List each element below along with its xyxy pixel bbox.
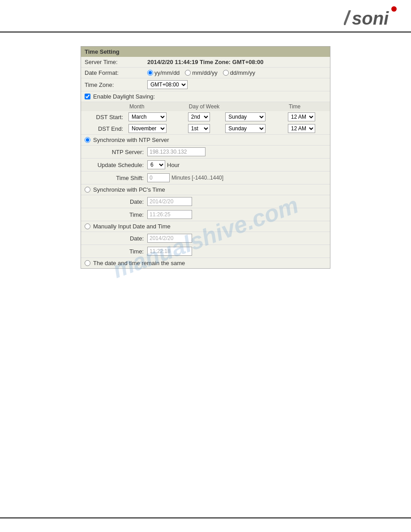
- hour-label: Hour: [167, 162, 180, 168]
- time-zone-content: GMT+08:00 GMT+00:00 GMT-05:00 GMT+09:00: [147, 80, 326, 89]
- logo-svg: / soni: [344, 4, 398, 29]
- manual-date-row: Date:: [81, 232, 330, 245]
- dst-day-of-week-header: Day of Week: [185, 102, 285, 111]
- ntp-server-input[interactable]: [147, 147, 206, 156]
- svg-point-2: [391, 6, 397, 12]
- daylight-saving-label: Enable Daylight Saving:: [93, 93, 155, 100]
- time-zone-label: Time Zone:: [85, 82, 147, 88]
- server-time-row: Server Time: 2014/2/20 11:44:19 Time Zon…: [81, 57, 330, 68]
- remain-same-label: The date and time remain the same: [93, 260, 185, 266]
- dst-time-header: Time: [285, 102, 330, 111]
- date-format-label: Date Format:: [85, 69, 147, 76]
- dst-end-day-select[interactable]: SundayMondayTuesday WednesdayThursdayFri…: [225, 124, 265, 133]
- manual-input-radio[interactable]: [85, 223, 90, 229]
- manual-time-label: Time:: [85, 248, 147, 255]
- date-format-dd-mm-yy[interactable]: dd/mm/yy: [223, 69, 255, 76]
- sync-ntp-row: Synchronize with NTP Server: [81, 135, 330, 146]
- dst-end-month-cell: JanuaryFebruaryMarch AprilMayJune JulyAu…: [126, 123, 185, 134]
- manual-date-label: Date:: [85, 235, 147, 242]
- time-setting-panel: Time Setting Server Time: 2014/2/20 11:4…: [81, 46, 330, 269]
- dst-start-month-select[interactable]: JanuaryFebruaryMarch AprilMayJune JulyAu…: [128, 112, 167, 121]
- panel-title: Time Setting: [81, 47, 330, 57]
- dst-end-label: DST End:: [81, 123, 126, 134]
- ntp-server-row: NTP Server:: [81, 146, 330, 159]
- dst-start-week-cell: 1st2nd3rd4thLast: [185, 111, 223, 123]
- update-schedule-row: Update Schedule: 1234561224 Hour: [81, 159, 330, 172]
- footer: [0, 517, 411, 519]
- sync-pc-label: Synchronize with PC's Time: [93, 186, 165, 193]
- server-time-value: 2014/2/20 11:44:19 Time Zone: GMT+08:00: [147, 59, 264, 65]
- daylight-saving-checkbox[interactable]: [85, 94, 90, 99]
- main-content: Time Setting Server Time: 2014/2/20 11:4…: [0, 33, 411, 282]
- sync-pc-row: Synchronize with PC's Time: [81, 184, 330, 195]
- pc-time-input[interactable]: [147, 210, 192, 219]
- sync-ntp-label: Synchronize with NTP Server: [93, 137, 169, 143]
- ntp-server-label: NTP Server:: [85, 149, 147, 155]
- time-zone-row: Time Zone: GMT+08:00 GMT+00:00 GMT-05:00…: [81, 78, 330, 91]
- logo: / soni: [344, 4, 398, 29]
- date-format-radio-yy[interactable]: [147, 70, 153, 76]
- pc-time-label: Time:: [85, 211, 147, 218]
- dst-month-header: Month: [126, 102, 185, 111]
- header: / soni: [0, 0, 411, 33]
- pc-date-label: Date:: [85, 198, 147, 205]
- dst-start-label: DST Start:: [81, 111, 126, 123]
- manual-date-input[interactable]: [147, 234, 192, 243]
- dst-start-day-select[interactable]: SundayMondayTuesday WednesdayThursdayFri…: [225, 112, 265, 121]
- dst-end-month-select[interactable]: JanuaryFebruaryMarch AprilMayJune JulyAu…: [128, 124, 167, 133]
- svg-text:/: /: [344, 7, 351, 29]
- date-format-mm-dd-yy[interactable]: mm/dd/yy: [185, 69, 217, 76]
- date-format-row: Date Format: yy/mm/dd mm/dd/yy dd/mm/yy: [81, 68, 330, 78]
- dst-end-time-cell: 12 AM1 AM2 AM3 AM12 PM: [285, 123, 330, 134]
- dst-start-week-select[interactable]: 1st2nd3rd4thLast: [188, 112, 210, 121]
- update-schedule-select[interactable]: 1234561224: [147, 160, 165, 169]
- server-time-content: 2014/2/20 11:44:19 Time Zone: GMT+08:00: [147, 59, 326, 65]
- dst-end-time-select[interactable]: 12 AM1 AM2 AM3 AM12 PM: [288, 124, 315, 133]
- dst-end-row: DST End: JanuaryFebruaryMarch AprilMayJu…: [81, 123, 330, 134]
- manual-time-row: Time:: [81, 245, 330, 258]
- daylight-saving-row: Enable Daylight Saving:: [81, 91, 330, 102]
- sync-ntp-radio[interactable]: [85, 137, 90, 143]
- time-zone-select[interactable]: GMT+08:00 GMT+00:00 GMT-05:00 GMT+09:00: [147, 80, 188, 89]
- dst-start-month-cell: JanuaryFebruaryMarch AprilMayJune JulyAu…: [126, 111, 185, 123]
- pc-date-input[interactable]: [147, 197, 192, 206]
- dst-table: Month Day of Week Time DST Start: Januar…: [81, 102, 330, 134]
- manual-time-input[interactable]: [147, 247, 192, 256]
- update-schedule-label: Update Schedule:: [85, 162, 147, 168]
- dst-start-row: DST Start: JanuaryFebruaryMarch AprilMay…: [81, 111, 330, 123]
- manual-input-label: Manually Input Date and Time: [93, 223, 171, 230]
- date-format-radio-dd[interactable]: [223, 70, 229, 76]
- dst-start-day-cell: SundayMondayTuesday WednesdayThursdayFri…: [223, 111, 285, 123]
- dst-end-day-cell: SundayMondayTuesday WednesdayThursdayFri…: [223, 123, 285, 134]
- time-shift-input[interactable]: [147, 173, 170, 182]
- pc-time-row: Time:: [81, 208, 330, 221]
- date-format-yy-mm-dd[interactable]: yy/mm/dd: [147, 69, 180, 76]
- date-format-radio-mm[interactable]: [185, 70, 191, 76]
- svg-text:soni: soni: [352, 9, 389, 28]
- sync-pc-radio[interactable]: [85, 187, 90, 193]
- dst-end-week-select[interactable]: 1st2nd3rd4thLast: [188, 124, 210, 133]
- date-format-options: yy/mm/dd mm/dd/yy dd/mm/yy: [147, 69, 326, 76]
- dst-end-week-cell: 1st2nd3rd4thLast: [185, 123, 223, 134]
- dst-start-time-select[interactable]: 12 AM1 AM2 AM3 AM12 PM: [288, 112, 315, 121]
- minutes-label: Minutes [-1440..1440]: [171, 175, 223, 181]
- server-time-label: Server Time:: [85, 59, 147, 65]
- dst-start-time-cell: 12 AM1 AM2 AM3 AM12 PM: [285, 111, 330, 123]
- pc-date-row: Date:: [81, 195, 330, 208]
- remain-same-row: The date and time remain the same: [81, 258, 330, 268]
- remain-same-radio[interactable]: [85, 260, 90, 266]
- time-shift-row: Time Shift: Minutes [-1440..1440]: [81, 172, 330, 184]
- time-shift-label: Time Shift:: [85, 175, 147, 181]
- manual-input-row: Manually Input Date and Time: [81, 221, 330, 232]
